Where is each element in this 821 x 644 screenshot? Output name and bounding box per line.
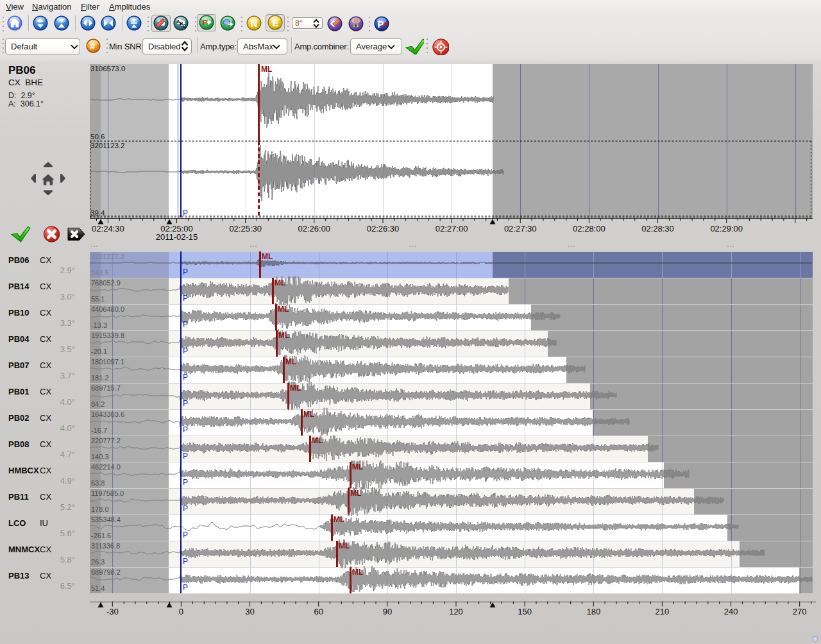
svg-text:#: # [90, 40, 96, 51]
svg-text:C: C [183, 23, 187, 29]
svg-text:IP: IP [354, 18, 360, 24]
svg-text:N: N [251, 18, 258, 29]
svg-text:E: E [272, 17, 278, 28]
svg-text:P: P [203, 19, 208, 26]
